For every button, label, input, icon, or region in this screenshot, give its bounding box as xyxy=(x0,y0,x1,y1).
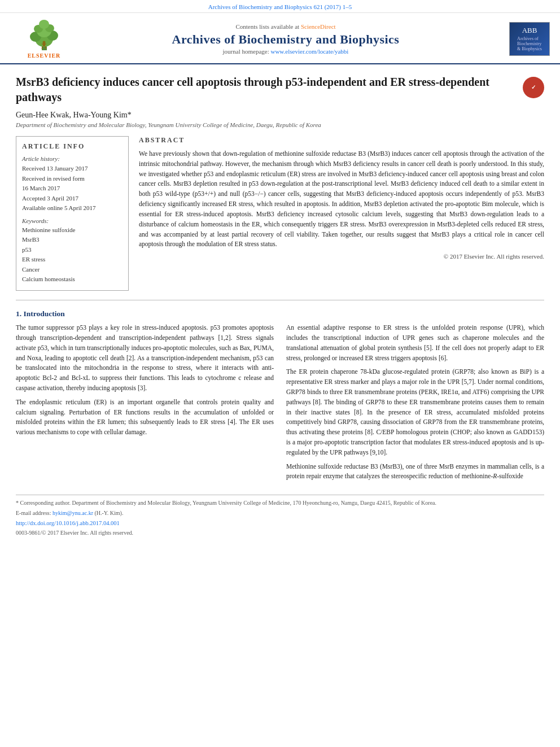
journal-homepage-link[interactable]: www.elsevier.com/locate/yabbi xyxy=(270,48,348,55)
authors-text: Geun-Hee Kwak, Hwa-Young Kim* xyxy=(16,111,132,119)
svg-point-7 xyxy=(39,20,49,29)
doi-line: http://dx.doi.org/10.1016/j.abb.2017.04.… xyxy=(16,519,544,528)
introduction-body: The tumor suppressor p53 plays a key rol… xyxy=(16,323,544,486)
abb-label: ABB xyxy=(522,26,537,35)
abstract-title: ABSTRACT xyxy=(139,136,544,145)
intro-para-4: The ER protein chaperone 78-kDa glucose-… xyxy=(286,367,544,457)
article-info-title: ARTICLE INFO xyxy=(22,142,123,151)
corresponding-author-note: * Corresponding author. Department of Bi… xyxy=(16,499,544,507)
article-info-column: ARTICLE INFO Article history: Received 1… xyxy=(16,136,129,291)
revised-label: Received in revised form xyxy=(22,174,123,184)
keyword-4: ER stress xyxy=(22,255,123,265)
email-attribution: (H.-Y. Kim). xyxy=(94,510,123,516)
abb-logo-area: ABB Archives ofBiochemistry& Biophysics xyxy=(493,22,550,56)
received-date: Received 13 January 2017 xyxy=(22,164,123,173)
abb-subtitle: Archives ofBiochemistry& Biophysics xyxy=(517,36,542,51)
accepted-date: Accepted 3 April 2017 xyxy=(22,194,123,203)
journal-title: Archives of Biochemistry and Biophysics xyxy=(78,32,493,47)
keyword-1: Methionine sulfoxide xyxy=(22,225,123,235)
abb-logo: ABB Archives ofBiochemistry& Biophysics xyxy=(509,22,550,56)
available-date: Available online 5 April 2017 xyxy=(22,203,123,213)
introduction-heading: 1. Introduction xyxy=(16,309,544,318)
introduction-section: 1. Introduction The tumor suppressor p53… xyxy=(16,309,544,486)
affiliation: Department of Biochemistry and Molecular… xyxy=(16,121,544,128)
intro-para-5: Methionine sulfoxide reductase B3 (MsrB3… xyxy=(286,462,544,482)
footnote-section: * Corresponding author. Department of Bi… xyxy=(16,495,544,536)
email-label: E-mail address: xyxy=(16,510,51,516)
article-info-abstract-row: ARTICLE INFO Article history: Received 1… xyxy=(16,136,544,291)
top-bar: Archives of Biochemistry and Biophysics … xyxy=(0,0,560,13)
article-title-text: MsrB3 deficiency induces cancer cell apo… xyxy=(16,75,523,105)
elsevier-tree-icon xyxy=(23,19,65,51)
main-content: MsrB3 deficiency induces cancer cell apo… xyxy=(0,64,560,546)
copyright-line: © 2017 Elsevier Inc. All rights reserved… xyxy=(139,253,544,260)
crossmark-icon: ✓ xyxy=(531,84,536,91)
article-title-row: MsrB3 deficiency induces cancer cell apo… xyxy=(16,75,544,105)
section-divider xyxy=(16,300,544,300)
keywords-section: Keywords: Methionine sulfoxide MsrB3 p53… xyxy=(22,217,123,285)
keyword-5: Cancer xyxy=(22,265,123,275)
sciencedirect-link[interactable]: ScienceDirect xyxy=(301,23,336,30)
journal-header-center: Contents lists available at ScienceDirec… xyxy=(78,23,493,55)
intro-para-1: The tumor suppressor p53 plays a key rol… xyxy=(16,323,274,394)
svg-point-8 xyxy=(42,41,45,44)
intro-right-column: An essential adaptive response to ER str… xyxy=(286,323,544,486)
abstract-column: ABSTRACT We have previously shown that d… xyxy=(139,136,544,291)
keyword-6: Calcium homeostasis xyxy=(22,274,123,285)
intro-para-2: The endoplasmic reticulum (ER) is an imp… xyxy=(16,397,274,438)
elsevier-logo-area: ELSEVIER xyxy=(10,19,78,59)
keywords-label: Keywords: xyxy=(22,217,123,224)
crossmark-badge: ✓ xyxy=(523,77,544,98)
page: Archives of Biochemistry and Biophysics … xyxy=(0,0,560,747)
journal-header: ELSEVIER Contents lists available at Sci… xyxy=(0,13,560,64)
intro-left-column: The tumor suppressor p53 plays a key rol… xyxy=(16,323,274,486)
article-history-label: Article history: xyxy=(22,155,123,162)
email-link[interactable]: hykim@ynu.ac.kr xyxy=(53,510,93,516)
journal-homepage-line: journal homepage: www.elsevier.com/locat… xyxy=(78,48,493,55)
contents-available-text: Contents lists available at ScienceDirec… xyxy=(78,23,493,30)
keyword-2: MsrB3 xyxy=(22,235,123,245)
email-line: E-mail address: hykim@ynu.ac.kr (H.-Y. K… xyxy=(16,509,544,517)
elsevier-label-text: ELSEVIER xyxy=(28,53,61,59)
keyword-3: p53 xyxy=(22,245,123,255)
doi-link[interactable]: http://dx.doi.org/10.1016/j.abb.2017.04.… xyxy=(16,520,120,526)
abstract-text: We have previously shown that down-regul… xyxy=(139,149,544,250)
intro-para-3: An essential adaptive response to ER str… xyxy=(286,323,544,363)
revised-date: 16 March 2017 xyxy=(22,184,123,193)
article-info-box: ARTICLE INFO Article history: Received 1… xyxy=(16,136,129,291)
journal-reference: Archives of Biochemistry and Biophysics … xyxy=(208,3,352,10)
authors: Geun-Hee Kwak, Hwa-Young Kim* xyxy=(16,111,544,120)
issn-line: 0003-9861/© 2017 Elsevier Inc. All right… xyxy=(16,530,544,536)
